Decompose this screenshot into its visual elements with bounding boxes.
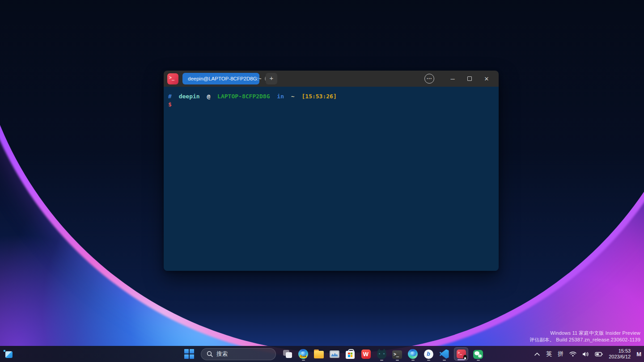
taskbar-app-microsoft-store[interactable]	[344, 347, 356, 361]
taskbar-app-edge-canary[interactable]: CAN	[297, 347, 309, 361]
terminal-window: >_ deepin@LAPTOP-8CFP2D8G:~ ✕ + ●●● ─ ✕ …	[164, 71, 499, 271]
notification-icon[interactable]: M	[636, 351, 641, 358]
watermark-line-2: 评估副本。 Build 25387.zn_release.230602-1139	[530, 337, 640, 343]
tab-title: deepin@LAPTOP-8CFP2D8G:~	[188, 76, 262, 81]
prompt-glyph: >_	[169, 75, 174, 80]
windows-logo-icon	[184, 349, 194, 359]
terminal-cursor-line: $	[168, 101, 494, 108]
speaker-icon[interactable]	[582, 351, 589, 357]
taskbar-app-bing[interactable]: b	[423, 347, 434, 361]
taskbar-corner-widgets-button[interactable]	[4, 350, 13, 358]
prompt-at: @	[207, 93, 210, 100]
microsoft-store-icon	[346, 351, 355, 359]
prompt-in: in	[277, 93, 284, 100]
terminal-tab[interactable]: deepin@LAPTOP-8CFP2D8G:~ ✕	[182, 73, 259, 84]
photos-icon	[330, 350, 339, 358]
bing-icon: b	[424, 349, 433, 359]
ime-english-indicator[interactable]: 英	[546, 350, 552, 358]
ime-pinyin-indicator[interactable]: 拼	[558, 350, 564, 358]
start-button[interactable]	[183, 347, 195, 361]
wps-office-icon: W	[361, 349, 371, 359]
maximize-icon	[467, 76, 472, 81]
file-explorer-icon	[314, 351, 324, 358]
running-indicator	[302, 360, 305, 361]
running-indicator	[396, 360, 399, 361]
prompt-user: deepin	[179, 93, 200, 100]
taskbar: 搜索 CAN W	[0, 346, 644, 362]
tray-chevron-up-icon[interactable]	[534, 352, 540, 356]
taskbar-app-file-explorer[interactable]	[313, 347, 325, 361]
minimize-button[interactable]: ─	[444, 72, 461, 85]
watermark-line-1: Windows 11 家庭中文版 Insider Preview	[530, 330, 640, 337]
new-tab-button[interactable]: +	[266, 73, 277, 84]
taskbar-app-wechat[interactable]	[472, 347, 484, 361]
window-menu-button[interactable]: ●●●	[424, 74, 434, 84]
terminal-prompt-line: # deepin @ LAPTOP-8CFP2D8G in ~ [15:53:2…	[168, 93, 494, 100]
search-icon	[207, 351, 213, 357]
prompt-path: ~	[291, 93, 295, 100]
clock-date: 2023/6/12	[609, 354, 631, 360]
taskbar-app-microsoft-edge[interactable]	[407, 347, 419, 361]
taskbar-search-box[interactable]: 搜索	[201, 348, 276, 360]
deepin-terminal-app-icon: >_	[167, 73, 178, 84]
wechat-icon	[473, 350, 483, 359]
running-indicator	[477, 360, 480, 361]
taskbar-app-github-desktop[interactable]	[376, 347, 387, 361]
window-titlebar[interactable]: >_ deepin@LAPTOP-8CFP2D8G:~ ✕ + ●●● ─ ✕	[164, 71, 499, 87]
task-view-icon	[283, 350, 292, 358]
taskbar-app-deepin-terminal[interactable]: >_	[454, 347, 468, 361]
widgets-icon	[4, 350, 13, 358]
prompt-timestamp: [15:53:26]	[301, 93, 336, 100]
battery-icon[interactable]	[595, 352, 603, 357]
prompt-hash: #	[168, 93, 172, 100]
prompt-host: LAPTOP-8CFP2D8G	[217, 93, 270, 100]
close-button[interactable]: ✕	[478, 72, 495, 85]
clock-time: 15:53	[609, 348, 631, 354]
running-indicator	[427, 360, 430, 361]
maximize-button[interactable]	[461, 72, 478, 85]
tux-penguin-badge	[463, 355, 467, 359]
edge-canary-icon: CAN	[298, 349, 308, 359]
insider-watermark: Windows 11 家庭中文版 Insider Preview 评估副本。 B…	[530, 330, 640, 343]
deepin-terminal-icon: >_	[457, 349, 466, 358]
taskbar-app-wps-office[interactable]: W	[360, 347, 372, 361]
running-indicator	[443, 360, 446, 361]
task-view-button[interactable]	[282, 347, 293, 361]
running-indicator	[411, 360, 415, 361]
canary-badge: CAN	[300, 355, 307, 358]
search-placeholder-text: 搜索	[216, 350, 228, 358]
microsoft-edge-icon	[408, 349, 418, 359]
windows-terminal-icon: >_	[392, 350, 402, 359]
taskbar-app-photos[interactable]	[329, 347, 340, 361]
terminal-content[interactable]: # deepin @ LAPTOP-8CFP2D8G in ~ [15:53:2…	[164, 87, 499, 271]
active-running-indicator	[458, 359, 465, 361]
prompt-dollar: $	[168, 101, 172, 108]
taskbar-app-windows-terminal[interactable]: >_	[391, 347, 403, 361]
taskbar-app-vscode[interactable]	[438, 347, 450, 361]
wifi-icon[interactable]	[569, 351, 576, 357]
vscode-icon	[440, 349, 449, 359]
taskbar-clock[interactable]: 15:53 2023/6/12	[609, 348, 631, 360]
octocat-icon	[377, 350, 386, 359]
running-indicator	[380, 360, 383, 361]
